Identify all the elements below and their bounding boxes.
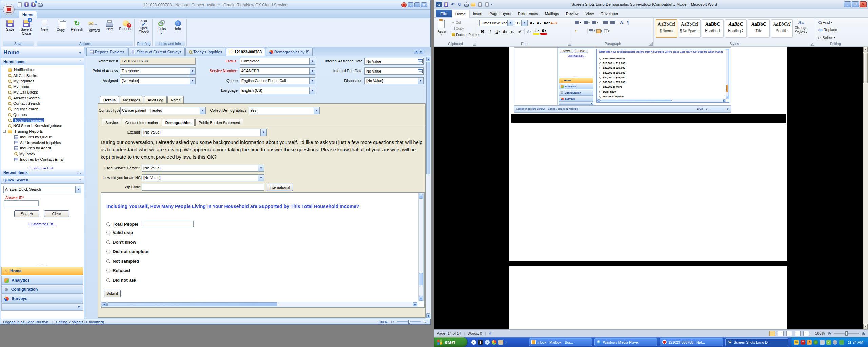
search-button[interactable]: Search xyxy=(14,210,39,217)
style-heading-2[interactable]: AaBbCHeading 2 xyxy=(725,19,747,38)
zoom-in-icon[interactable]: ⊕ xyxy=(862,331,865,336)
quicklaunch-app-icon[interactable]: ▮ xyxy=(478,340,483,345)
tab-service[interactable]: Service xyxy=(102,119,121,126)
answer-id-input[interactable] xyxy=(4,200,39,206)
survey-vertical-scrollbar[interactable]: ▲ ▼ xyxy=(418,193,424,301)
radio-icon[interactable] xyxy=(106,231,110,234)
scroll-right-icon[interactable]: ▶ xyxy=(413,302,417,306)
service-number-dropdown[interactable]: 4CANCER▼ xyxy=(240,67,315,75)
option-valid-skip[interactable]: Valid skip xyxy=(106,230,133,235)
embedded-screenshot-image[interactable]: Search Clear Customize List... ······ ⌂H… xyxy=(514,47,731,113)
web-layout-view-icon[interactable] xyxy=(786,331,792,336)
panel-resize-grip[interactable]: ......... xyxy=(1,261,84,265)
document-page-1[interactable]: Search Clear Customize List... ······ ⌂H… xyxy=(509,47,787,261)
nav-button-surveys[interactable]: Surveys xyxy=(1,294,83,303)
underline-icon[interactable]: U▾ xyxy=(494,28,501,35)
justify-icon[interactable] xyxy=(584,30,586,32)
print-button[interactable]: Print xyxy=(102,19,117,31)
chevron-up-icon[interactable]: ⌃ xyxy=(79,60,81,63)
quick-search-type-dropdown[interactable]: Answer Quick Search▼ xyxy=(3,186,81,193)
tab-mailings[interactable]: Mailings xyxy=(541,9,563,17)
scroll-up-icon[interactable]: ▲ xyxy=(419,194,423,199)
quicklaunch-browser-icon[interactable]: e xyxy=(485,340,490,345)
clear-button[interactable]: Clear xyxy=(44,210,69,217)
italic-icon[interactable]: I xyxy=(487,28,493,35)
option-did-not-ask[interactable]: Did not ask xyxy=(106,278,136,283)
refresh-button[interactable]: ↻Refresh xyxy=(69,19,85,32)
new-button[interactable]: New xyxy=(37,19,52,32)
decrease-indent-icon[interactable] xyxy=(603,21,608,24)
quicklaunch-ie-icon[interactable]: e xyxy=(471,340,476,345)
close-button[interactable]: ✕ xyxy=(860,1,867,7)
qat-redo-icon[interactable]: ↻ xyxy=(457,2,462,7)
scroll-up-icon[interactable]: ▲ xyxy=(863,47,868,52)
collect-demographics-dropdown[interactable]: Yes▼ xyxy=(249,107,320,114)
zoom-out-icon[interactable]: ⊖ xyxy=(391,320,394,324)
radio-icon[interactable] xyxy=(106,250,110,253)
home-items-header[interactable]: Home Items ⌃ xyxy=(1,58,84,65)
tab-scroll-left-icon[interactable]: ◀ xyxy=(414,49,418,54)
qat-print-icon[interactable] xyxy=(464,2,469,7)
qat-print-preview-icon[interactable] xyxy=(484,2,489,7)
taskbar-item-media-player[interactable]: Windows Media Player xyxy=(594,338,657,346)
sidebar-item-inquires-by-queue[interactable]: Inquires by Queue xyxy=(1,134,84,140)
tab-messages[interactable]: Messages xyxy=(120,96,143,103)
scroll-up-icon[interactable]: ▲ xyxy=(426,57,430,61)
spell-check-status-icon[interactable]: ✓ xyxy=(489,331,492,336)
sidebar-item-all-call-backs[interactable]: All Call Backs xyxy=(1,73,84,79)
collapse-node-icon[interactable]: − xyxy=(3,130,6,133)
quicklaunch-chrome-icon[interactable] xyxy=(492,340,496,345)
shrink-font-icon[interactable]: A▼ xyxy=(536,20,542,26)
qat-save-icon[interactable] xyxy=(24,2,29,7)
qat-menu-icon[interactable]: ▾ xyxy=(491,3,492,6)
shading-icon[interactable]: ▾ xyxy=(596,29,602,33)
document-page-2[interactable] xyxy=(509,266,787,329)
align-center-icon[interactable] xyxy=(578,30,579,32)
font-dialog-launcher-icon[interactable]: ◿ xyxy=(568,42,571,46)
draft-view-icon[interactable] xyxy=(803,331,809,336)
font-size-dropdown[interactable]: 12▼ xyxy=(515,20,528,26)
align-right-icon[interactable] xyxy=(581,30,583,32)
sidebar-item-my-inbox[interactable]: My Inbox xyxy=(1,84,84,90)
paragraph-dialog-launcher-icon[interactable]: ◿ xyxy=(649,42,653,46)
tray-sync-icon[interactable] xyxy=(839,340,844,345)
tab-reports-explorer[interactable]: Reports Explorer xyxy=(86,48,127,56)
international-button[interactable]: International xyxy=(267,184,293,191)
qat-undo-icon[interactable]: ↶ xyxy=(450,2,455,7)
strikethrough-icon[interactable]: abe xyxy=(502,28,508,35)
word-vertical-scrollbar[interactable]: ▲ ▼ xyxy=(863,47,868,329)
sidebar-folder-training-reports[interactable]: −Training Reports xyxy=(1,129,84,135)
sort-icon[interactable]: A↓ xyxy=(620,21,625,24)
scroll-thumb[interactable] xyxy=(863,53,868,83)
tray-usb-icon[interactable] xyxy=(820,340,825,345)
sidebar-item-my-inbox-report[interactable]: My Inbox xyxy=(1,151,84,157)
exempt-dropdown[interactable]: [No Value]▼ xyxy=(142,129,267,136)
radio-icon[interactable] xyxy=(106,222,110,226)
option-total-people[interactable]: Total People xyxy=(106,221,194,227)
start-button[interactable]: start xyxy=(434,337,467,347)
sidebar-item-inquiries-by-agent[interactable]: Inquiries by Agent xyxy=(1,145,84,151)
style-heading-1[interactable]: AaBbCHeading 1 xyxy=(702,19,724,38)
qat-save-icon[interactable] xyxy=(443,2,449,7)
tray-update-icon[interactable]: ✓ xyxy=(826,340,831,345)
zoom-slider[interactable] xyxy=(397,321,421,322)
tab-references[interactable]: References xyxy=(515,9,541,17)
borders-icon[interactable]: ▾ xyxy=(604,29,609,33)
qat-print-icon[interactable] xyxy=(38,2,43,7)
queue-dropdown[interactable]: English Cancer Phone Call▼ xyxy=(240,77,315,84)
style-no-spacing[interactable]: AaBbCcI¶ No Spaci... xyxy=(679,19,701,38)
sidebar-item-inquiry-search[interactable]: Inquiry Search xyxy=(1,106,84,112)
nav-button-configuration[interactable]: ⚙Configuration xyxy=(1,285,83,294)
subscript-icon[interactable]: x₂ xyxy=(509,28,516,35)
taskbar-item-word[interactable]: W Screen Shots Long D... xyxy=(725,338,788,346)
tab-review[interactable]: Review xyxy=(563,9,582,17)
radio-icon[interactable] xyxy=(106,269,110,272)
tab-file[interactable]: File xyxy=(436,10,452,17)
style-subtitle[interactable]: AaBbCcISubtitle xyxy=(771,19,793,38)
sidebar-item-my-call-backs[interactable]: My Call Backs xyxy=(1,89,84,95)
application-menu-button[interactable] xyxy=(3,4,15,15)
tab-demographics-by-is[interactable]: Demographics by IS xyxy=(266,48,313,56)
forward-button[interactable]: ✉→Forward xyxy=(85,19,101,32)
grow-font-icon[interactable]: A▲ xyxy=(529,20,535,26)
clear-formatting-icon[interactable]: A⌫ xyxy=(550,20,557,26)
